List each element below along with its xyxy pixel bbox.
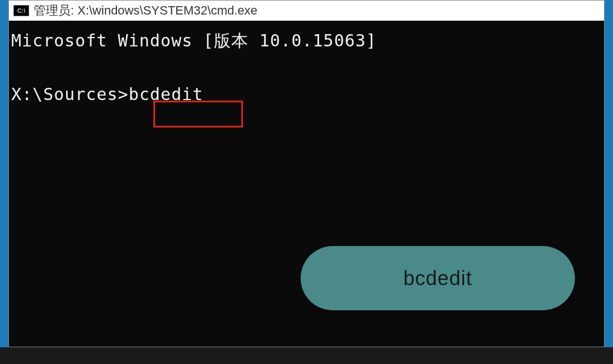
prompt-text: X:\Sources> [11,84,129,104]
version-line: Microsoft Windows [版本 10.0.15063] [9,27,604,54]
window-title: 管理员: X:\windows\SYSTEM32\cmd.exe [34,2,258,19]
cmd-icon: C:\ [13,5,29,16]
callout-label: bcdedit [403,262,472,295]
cmd-window: C:\ 管理员: X:\windows\SYSTEM32\cmd.exe Mic… [8,0,605,347]
terminal-output[interactable]: Microsoft Windows [版本 10.0.15063] X:\Sou… [9,21,604,347]
callout-bubble: bcdedit [301,246,575,310]
prompt-line: X:\Sources>bcdedit [9,81,604,108]
bottom-bar [0,347,613,364]
title-bar[interactable]: C:\ 管理员: X:\windows\SYSTEM32\cmd.exe [9,1,604,21]
highlight-annotation [153,101,243,127]
